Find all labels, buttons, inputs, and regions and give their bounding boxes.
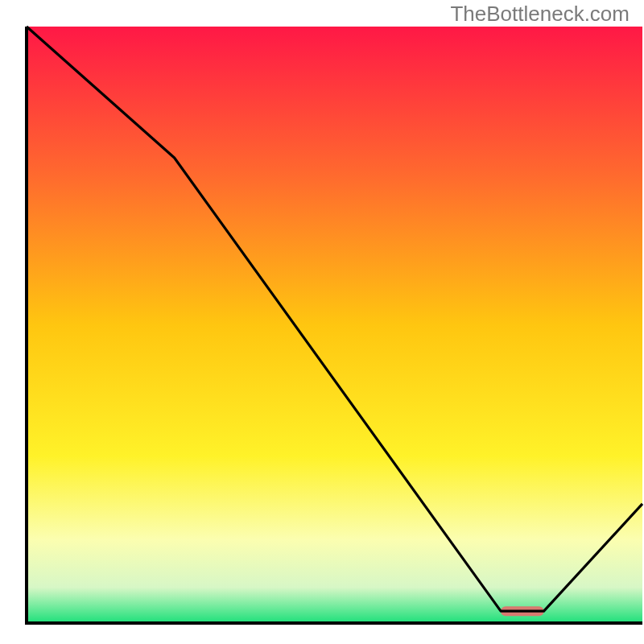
chart-container: TheBottleneck.com [0,0,644,644]
gradient-background [27,27,642,623]
bottleneck-chart [0,0,644,644]
